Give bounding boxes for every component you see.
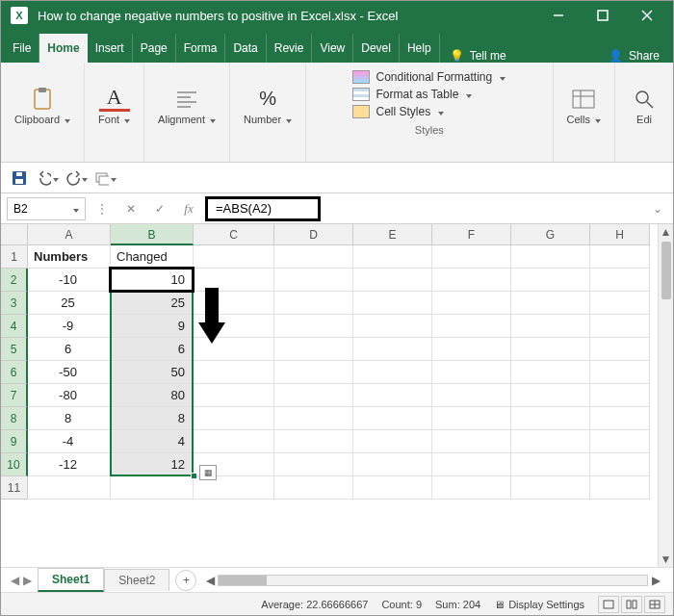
tab-formulas[interactable]: Forma (176, 34, 226, 63)
cell[interactable] (432, 453, 511, 476)
normal-view-button[interactable] (598, 596, 619, 613)
col-header-g[interactable]: G (511, 224, 590, 245)
cell[interactable] (274, 430, 353, 453)
hscroll-thumb[interactable] (219, 576, 267, 585)
cell[interactable] (590, 269, 650, 292)
cell-b2[interactable]: 10 (111, 269, 194, 292)
cell-d1[interactable] (274, 245, 353, 269)
cell[interactable] (274, 407, 353, 430)
cell-a6[interactable]: -50 (28, 361, 111, 384)
qat-customize-button[interactable] (95, 167, 117, 189)
tab-help[interactable]: Help (400, 34, 440, 63)
page-layout-view-button[interactable] (621, 596, 642, 613)
cell[interactable] (432, 361, 511, 384)
tab-data[interactable]: Data (225, 34, 266, 63)
save-button[interactable] (9, 167, 30, 189)
cell[interactable] (590, 407, 650, 430)
cell[interactable] (511, 338, 590, 361)
scroll-left-button[interactable]: ◀ (202, 574, 218, 587)
cell-a4[interactable]: -9 (28, 315, 111, 338)
sheet-nav-next[interactable]: ▶ (23, 574, 32, 587)
vertical-scrollbar[interactable]: ▲ ▼ (658, 224, 673, 567)
cell[interactable] (274, 476, 353, 500)
cell[interactable] (511, 292, 590, 315)
row-header-7[interactable]: 7 (1, 384, 28, 407)
cell[interactable] (432, 430, 511, 453)
cell-c1[interactable] (194, 245, 274, 269)
cell[interactable] (432, 315, 511, 338)
col-header-a[interactable]: A (28, 224, 111, 245)
col-header-h[interactable]: H (590, 224, 650, 245)
cell[interactable] (590, 430, 650, 453)
close-button[interactable] (625, 1, 669, 30)
horizontal-scrollbar[interactable]: ◀ ▶ (202, 574, 663, 587)
cell[interactable] (511, 315, 590, 338)
cell[interactable] (432, 338, 511, 361)
cell-a8[interactable]: 8 (28, 407, 111, 430)
cell[interactable] (590, 384, 650, 407)
cell-a9[interactable]: -4 (28, 430, 111, 453)
insert-function-button[interactable]: fx (176, 197, 201, 220)
name-box[interactable]: B2 (7, 197, 86, 220)
tab-file[interactable]: File (5, 34, 39, 63)
cell[interactable] (432, 407, 511, 430)
tab-view[interactable]: View (312, 34, 353, 63)
cell[interactable] (274, 453, 353, 476)
cell[interactable] (511, 384, 590, 407)
cell[interactable] (511, 453, 590, 476)
formula-bar-expand[interactable]: ⌄ (648, 202, 667, 216)
sheet-tab-sheet1[interactable]: Sheet1 (38, 568, 104, 592)
tell-me-search[interactable]: 💡 Tell me (440, 49, 516, 63)
row-header-1[interactable]: 1 (1, 245, 28, 269)
scroll-up-button[interactable]: ▲ (661, 224, 672, 240)
cell-b9[interactable]: 4 (111, 430, 194, 453)
cell[interactable] (274, 292, 353, 315)
format-as-table-button[interactable]: Format as Table (352, 88, 506, 101)
cell[interactable] (111, 476, 194, 500)
display-settings-button[interactable]: 🖥 Display Settings (494, 599, 584, 610)
font-button[interactable]: A Font (92, 85, 136, 127)
cell[interactable] (194, 361, 274, 384)
minimize-button[interactable] (536, 1, 581, 30)
col-header-b[interactable]: B (111, 224, 194, 245)
cell[interactable] (274, 269, 353, 292)
cell-styles-button[interactable]: Cell Styles (352, 105, 506, 118)
cell-b4[interactable]: 9 (111, 315, 194, 338)
scroll-right-button[interactable]: ▶ (648, 574, 663, 587)
scroll-down-button[interactable]: ▼ (661, 552, 672, 567)
cell[interactable] (353, 269, 432, 292)
row-header-4[interactable]: 4 (1, 315, 28, 338)
row-header-5[interactable]: 5 (1, 338, 28, 361)
cell-b10[interactable]: 12 (111, 453, 194, 476)
sheet-tab-sheet2[interactable]: Sheet2 (104, 569, 169, 591)
cell-b8[interactable]: 8 (111, 407, 194, 430)
col-header-c[interactable]: C (194, 224, 274, 245)
tab-page[interactable]: Page (133, 34, 176, 63)
cell-b6[interactable]: 50 (111, 361, 194, 384)
cell[interactable] (590, 361, 650, 384)
formula-input[interactable]: =ABS(A2) (205, 196, 321, 221)
add-sheet-button[interactable]: + (175, 570, 196, 591)
cell[interactable] (590, 338, 650, 361)
cell[interactable] (353, 430, 432, 453)
cell-a3[interactable]: 25 (28, 292, 111, 315)
tab-review[interactable]: Revie (267, 34, 313, 63)
cell-a2[interactable]: -10 (28, 269, 111, 292)
cell-a7[interactable]: -80 (28, 384, 111, 407)
enter-formula-button[interactable]: ✓ (147, 197, 172, 220)
row-header-6[interactable]: 6 (1, 361, 28, 384)
autofill-options-button[interactable]: ▦ (199, 465, 217, 480)
cell[interactable] (353, 292, 432, 315)
cancel-formula-button[interactable]: ✕ (118, 197, 143, 220)
cell-a1[interactable]: Numbers (28, 245, 111, 269)
row-header-11[interactable]: 11 (1, 476, 28, 500)
cell[interactable] (28, 476, 111, 500)
cell[interactable] (194, 384, 274, 407)
cell-b5[interactable]: 6 (111, 338, 194, 361)
cell[interactable] (353, 407, 432, 430)
share-button[interactable]: 👤 Share (599, 49, 669, 63)
maximize-button[interactable] (581, 1, 625, 30)
row-header-8[interactable]: 8 (1, 407, 28, 430)
cell[interactable] (274, 384, 353, 407)
cell-b7[interactable]: 80 (111, 384, 194, 407)
